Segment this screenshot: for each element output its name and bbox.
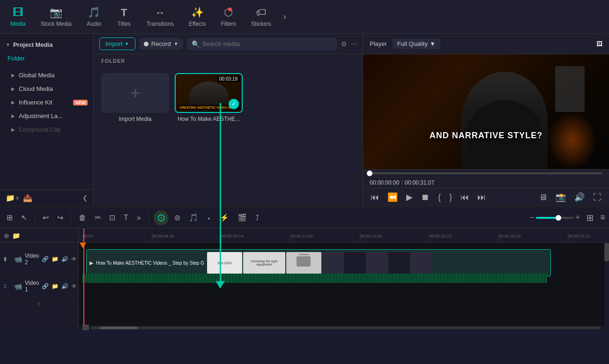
special-tool-button[interactable]: ⊙ [154,210,169,225]
video1-track-area [79,287,604,308]
titles-label: Titles [118,21,131,27]
import-media-label: Import Media [119,116,151,122]
timeline-playhead[interactable] [83,229,84,242]
track-eye-button[interactable]: 👁 [71,283,77,290]
toolbar-media[interactable]: 🎞 Media [4,4,32,30]
add-track-area[interactable]: + [0,297,78,311]
track-eye-button[interactable]: 👁 [71,256,77,262]
crop-button[interactable]: ⊡ [106,211,118,224]
video-media-item[interactable]: CREATING AESTHETIC VIDEO IS... 00:03:19 … [175,73,243,201]
chevron-right-icon: ▶ [11,113,15,119]
sidebar-item-compound-clip[interactable]: ▶ Compound Clip [0,123,93,136]
fullscreen-button[interactable]: ⛶ [592,192,602,203]
video-media-thumb[interactable]: CREATING AESTHETIC VIDEO IS... 00:03:19 … [175,73,243,113]
sidebar-item-cloud-media[interactable]: ▶ Cloud Media [0,82,93,96]
timeline-bottom-scroll[interactable] [79,326,604,330]
track-link-button[interactable]: 🔗 [42,283,49,290]
chevron-down-icon: ▼ [6,42,10,47]
search-input[interactable] [202,40,333,47]
video-clip-2[interactable]: ▶ How To Make AESTHETIC Videos _ Step by… [86,249,551,276]
ripple-button[interactable]: ⊚ [171,211,183,224]
play-button[interactable]: ▶ [405,191,414,203]
left-marker[interactable] [80,243,86,248]
import-media-thumb[interactable]: + [101,73,169,113]
delete-button[interactable]: 🗑 [76,212,89,224]
stop-button[interactable]: ⏹ [420,192,431,203]
bracket-right-button[interactable]: } [448,192,453,203]
more-tools-button[interactable]: » [134,212,144,224]
screenshot-button[interactable]: 📸 [555,191,567,203]
progress-handle[interactable] [367,171,372,176]
ruler-mark-4: 00:00:19:04 [360,234,429,242]
track-header-video1: 1 📹 Video 1 🔗 📁 🔊 👁 [0,275,78,297]
list-view-button[interactable]: ≡ [600,213,605,223]
skip-back-button[interactable]: ⏮ [370,192,380,203]
add-track-button[interactable]: ⊕ [4,232,9,239]
bracket-left-button[interactable]: { [437,192,442,203]
import-button[interactable]: Import ▼ [99,37,135,50]
ruler-mark-5: 00:00:23:23 [429,234,498,242]
sidebar-item-global-media[interactable]: ▶ Global Media [0,68,93,82]
toolbar-stock-media[interactable]: 📷 Stock Media [34,4,78,30]
quality-select[interactable]: Full Quality ▼ [393,38,440,49]
sidebar-item-influence-kit[interactable]: ▶ Influence Kit NEW [0,96,93,109]
undo-button[interactable]: ↩ [40,211,52,224]
export-button[interactable]: ⤴ [253,212,262,224]
record-button[interactable]: Record ▼ [139,38,183,50]
zoom-out-button[interactable]: − [529,213,534,223]
split-view-button[interactable]: ⊞ [4,211,15,224]
audio-waveform-track[interactable] [82,274,547,283]
audio-button[interactable]: 🎵 [186,211,201,224]
clip-button[interactable]: 🎬 [235,211,250,224]
frame-back-button[interactable]: ⏪ [386,191,399,203]
player-screenshot-icon[interactable]: 🖼 [596,40,602,47]
toolbar-titles[interactable]: T Titles [110,4,138,30]
vertical-scrollbar[interactable] [604,229,609,330]
more-options-icon[interactable]: ··· [351,40,357,48]
cut-button[interactable]: ✂ [92,211,104,224]
marker-button[interactable]: ⬩ [204,212,214,224]
track-folder-button[interactable]: 📁 [52,283,59,290]
zoom-in-button[interactable]: + [575,213,580,223]
track-video-icon: 📹 [14,282,22,290]
grid-view-button[interactable]: ⊞ [587,213,594,223]
import-media-item[interactable]: + Import Media [101,73,169,201]
bottom-scroll-track[interactable] [91,327,601,329]
add-folder-button[interactable]: 📁+ [6,193,19,202]
redo-button[interactable]: ↪ [54,211,66,224]
zoom-handle[interactable] [556,215,561,221]
track-link-button[interactable]: 🔗 [42,256,49,262]
volume-button[interactable]: 🔊 [573,191,586,203]
track-options-button[interactable]: 📁 [12,232,20,239]
sidebar-folder-item[interactable]: Folder [0,52,93,65]
sidebar-project-media-header[interactable]: ▼ Project Media [0,37,93,52]
zoom-slider[interactable] [536,217,573,219]
filter-icon[interactable]: ⚙ [341,40,347,48]
filters-label: Filters [221,21,236,27]
folder-out-button[interactable]: 📤 [23,193,32,202]
player-buttons-bar: ⏮ ⏪ ▶ ⏹ { } ⏮ ⏭ 🖥 📸 🔊 ⛶ [363,188,609,206]
track-mute-button[interactable]: 🔊 [61,283,68,290]
player-label: Player [370,40,387,47]
frame-label-2: Choosing the right equipment [243,259,285,267]
progress-bar[interactable] [370,172,602,174]
prev-marker-button[interactable]: ⏮ [460,192,470,203]
toolbar-more-button[interactable]: › [280,12,290,22]
sidebar-item-adjustment-layer[interactable]: ▶ Adjustment La... [0,109,93,123]
bottom-scroll-thumb[interactable] [100,327,138,329]
toolbar-stickers[interactable]: 🏷 Stickers [245,4,278,30]
select-tool-button[interactable]: ↖ [18,211,30,224]
next-marker-button[interactable]: ⏭ [476,192,487,203]
search-box[interactable]: 🔍 [187,38,337,50]
sidebar-bottom: 📁+ 📤 ❮ [0,189,93,206]
collapse-sidebar-button[interactable]: ❮ [82,194,88,201]
toolbar-filters[interactable]: ⬡ Filters [214,4,243,30]
scrollbar-thumb[interactable] [604,243,609,261]
monitor-button[interactable]: 🖥 [538,192,548,203]
toolbar-effects[interactable]: ✨ Effects [182,4,212,30]
toolbar-audio[interactable]: 🎵 Audio [80,4,108,30]
toolbar-transitions[interactable]: ↔ Transitions [140,4,180,30]
text-button[interactable]: T [121,212,131,224]
track-mute-button[interactable]: 🔊 [61,256,68,262]
track-folder-button[interactable]: 📁 [52,256,59,262]
